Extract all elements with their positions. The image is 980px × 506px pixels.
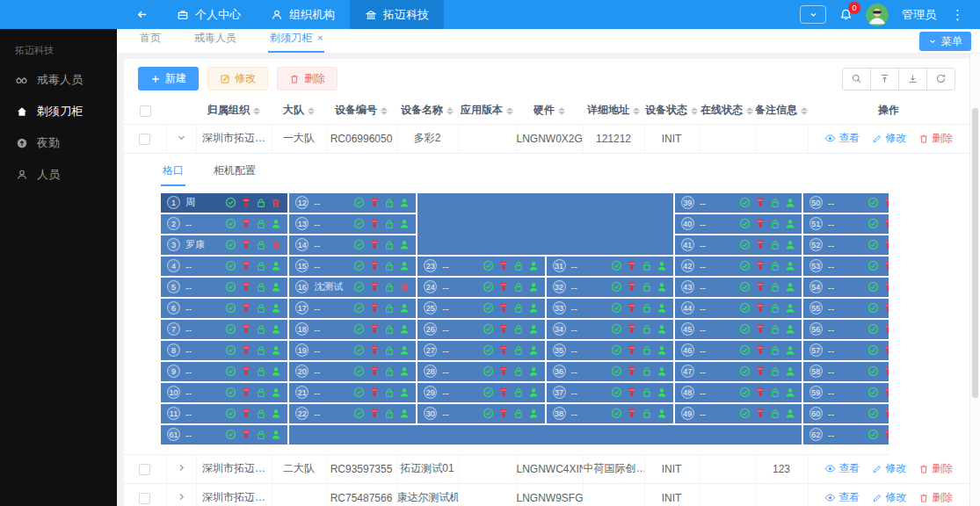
scrollbar-thumb[interactable]: [972, 108, 978, 398]
user-icon[interactable]: [528, 387, 539, 398]
user-icon[interactable]: [271, 366, 281, 377]
user-icon[interactable]: [399, 240, 410, 250]
slot-cell-21[interactable]: 21--: [289, 383, 416, 402]
trash-icon[interactable]: [271, 240, 281, 250]
col-header-5[interactable]: 硬件: [516, 98, 583, 124]
user-icon[interactable]: [271, 408, 281, 419]
user-icon[interactable]: [271, 282, 281, 293]
delete-action[interactable]: 删除: [918, 131, 953, 146]
export-button[interactable]: [870, 68, 899, 90]
user-icon[interactable]: [657, 366, 667, 377]
edit-action[interactable]: 修改: [872, 461, 906, 476]
slot-cell-56[interactable]: 56--: [803, 320, 889, 339]
sort-icon[interactable]: [746, 107, 753, 115]
slot-cell-6[interactable]: 6--: [161, 299, 287, 318]
sidebar-item-2[interactable]: 夜勤: [0, 127, 117, 159]
slot-cell-31[interactable]: 31--: [547, 257, 673, 276]
slot-cell-3[interactable]: 3罗康: [161, 235, 287, 255]
col-header-7[interactable]: 设备状态: [644, 98, 699, 124]
slot-cell-43[interactable]: 43--: [675, 278, 802, 297]
user-icon[interactable]: [785, 345, 795, 356]
user-icon[interactable]: [399, 261, 410, 271]
user-icon[interactable]: [271, 219, 281, 229]
slot-cell-35[interactable]: 35--: [547, 341, 673, 360]
col-header-0[interactable]: 归属组织: [196, 98, 272, 124]
edit-action[interactable]: 修改: [872, 131, 906, 146]
col-header-6[interactable]: 详细地址: [583, 98, 644, 124]
edit-button[interactable]: 修改: [207, 67, 268, 90]
col-header-10[interactable]: 操作: [808, 98, 969, 124]
user-icon[interactable]: [528, 282, 539, 293]
col-header-2[interactable]: 设备编号: [326, 98, 396, 124]
expand-row-icon[interactable]: [177, 463, 186, 473]
delete-button[interactable]: 删除: [277, 67, 338, 90]
slot-cell-2[interactable]: 2--: [161, 214, 287, 234]
collapse-row-icon[interactable]: [177, 133, 186, 142]
delete-action[interactable]: 删除: [918, 490, 953, 505]
sort-icon[interactable]: [253, 107, 260, 115]
slot-cell-45[interactable]: 45--: [675, 320, 802, 339]
slot-cell-46[interactable]: 46--: [675, 341, 802, 360]
expand-row-icon[interactable]: [177, 492, 186, 502]
slot-cell-51[interactable]: 51--: [803, 214, 889, 234]
user-icon[interactable]: [399, 303, 410, 314]
user-icon[interactable]: [399, 324, 410, 335]
slot-cell-52[interactable]: 52--: [803, 235, 889, 255]
user-icon[interactable]: [399, 387, 410, 398]
slot-cell-22[interactable]: 22--: [289, 404, 416, 423]
col-header-4[interactable]: 应用版本: [458, 98, 516, 124]
sort-icon[interactable]: [381, 107, 388, 115]
slot-cell-41[interactable]: 41--: [675, 235, 802, 255]
sort-icon[interactable]: [446, 107, 454, 115]
slot-cell-29[interactable]: 29--: [417, 383, 544, 402]
col-header-3[interactable]: 设备名称: [396, 98, 458, 124]
user-icon[interactable]: [271, 387, 281, 398]
user-icon[interactable]: [657, 408, 667, 419]
slot-cell-48[interactable]: 48--: [675, 383, 802, 402]
user-icon[interactable]: [657, 303, 667, 314]
slot-cell-53[interactable]: 53--: [803, 257, 889, 276]
col-header-1[interactable]: 大队: [272, 98, 326, 124]
slot-cell-1[interactable]: 1周: [161, 193, 287, 213]
sidebar-item-0[interactable]: 戒毒人员: [0, 64, 117, 96]
user-icon[interactable]: [785, 198, 795, 208]
user-icon[interactable]: [657, 324, 667, 335]
slot-cell-49[interactable]: 49--: [675, 404, 802, 423]
view-action[interactable]: 查看: [824, 490, 860, 505]
sort-icon[interactable]: [308, 107, 315, 115]
user-icon[interactable]: [785, 387, 795, 398]
col-header-8[interactable]: 在线状态: [699, 98, 755, 124]
page-tab-1[interactable]: 戒毒人员: [192, 31, 238, 53]
panel-tab-1[interactable]: 柜机配置: [212, 158, 258, 186]
trash-icon[interactable]: [271, 198, 281, 208]
slot-cell-30[interactable]: 30--: [417, 404, 544, 423]
slot-cell-27[interactable]: 27--: [417, 341, 544, 360]
user-icon[interactable]: [785, 303, 795, 314]
search-button[interactable]: [842, 68, 871, 90]
slot-cell-23[interactable]: 23--: [417, 257, 544, 276]
slot-cell-32[interactable]: 32--: [547, 278, 673, 297]
slot-cell-59[interactable]: 59--: [803, 383, 889, 402]
sort-icon[interactable]: [801, 107, 808, 115]
user-icon[interactable]: [528, 366, 539, 377]
slot-cell-58[interactable]: 58--: [803, 362, 889, 381]
user-icon[interactable]: [271, 430, 281, 440]
page-tab-0[interactable]: 首页: [138, 31, 163, 53]
user-icon[interactable]: [271, 345, 281, 356]
slot-cell-33[interactable]: 33--: [547, 299, 673, 318]
slot-cell-47[interactable]: 47--: [675, 362, 802, 381]
user-icon[interactable]: [271, 303, 281, 314]
slot-cell-19[interactable]: 19--: [289, 341, 416, 360]
import-button[interactable]: [898, 68, 927, 90]
slot-cell-10[interactable]: 10--: [161, 383, 287, 402]
slot-cell-37[interactable]: 37--: [547, 383, 673, 402]
slot-cell-12[interactable]: 12--: [289, 193, 416, 213]
user-icon[interactable]: [657, 345, 667, 356]
sidebar-item-1[interactable]: 剃须刀柜: [0, 96, 117, 127]
slot-cell-39[interactable]: 39--: [675, 193, 802, 213]
user-icon[interactable]: [785, 240, 795, 250]
user-icon[interactable]: [399, 198, 410, 208]
slot-cell-9[interactable]: 9--: [161, 362, 287, 381]
slot-cell-8[interactable]: 8--: [161, 341, 287, 360]
slot-cell-25[interactable]: 25--: [417, 299, 544, 318]
